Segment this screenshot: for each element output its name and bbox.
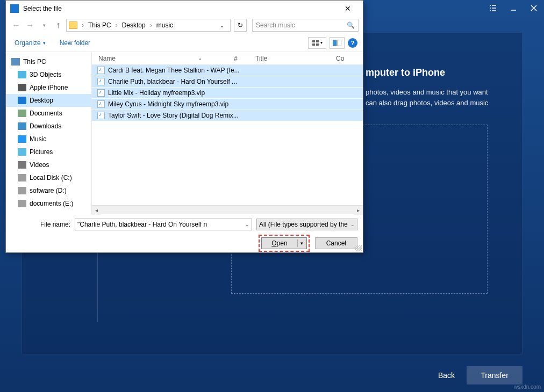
dialog-footer: File name: "Charlie Puth, blackbear - Ha… bbox=[6, 214, 363, 257]
breadcrumb-item[interactable]: Desktop bbox=[122, 21, 146, 29]
nav-back-icon[interactable]: ← bbox=[10, 19, 22, 31]
back-button[interactable]: Back bbox=[438, 371, 455, 380]
svg-rect-0 bbox=[312, 40, 315, 42]
tree-label: Local Disk (C:) bbox=[30, 174, 72, 182]
page-description: photos, videos and music that you want c… bbox=[366, 87, 501, 108]
folder-icon bbox=[18, 148, 26, 156]
nav-up-icon[interactable]: ↑ bbox=[52, 19, 64, 31]
new-folder-button[interactable]: New folder bbox=[56, 37, 94, 49]
tree-label: This PC bbox=[23, 58, 46, 66]
chevron-down-icon[interactable]: ▾ bbox=[298, 241, 306, 246]
col-number[interactable]: # bbox=[234, 55, 255, 62]
tree-label: 3D Objects bbox=[30, 71, 61, 78]
dialog-close-button[interactable]: ✕ bbox=[337, 1, 359, 16]
view-mode-button[interactable]: ▾ bbox=[308, 37, 326, 49]
audio-file-icon bbox=[97, 67, 105, 74]
audio-file-icon bbox=[97, 89, 105, 97]
open-button-highlight: Open ▾ bbox=[259, 235, 309, 252]
file-name: Cardi B feat. Megan Thee Stallion - WAP … bbox=[108, 67, 240, 74]
folder-icon bbox=[18, 174, 26, 182]
col-contributing[interactable]: Co bbox=[336, 55, 352, 62]
chevron-down-icon[interactable]: ⌄ bbox=[350, 222, 355, 227]
scroll-right-icon[interactable]: ▸ bbox=[354, 206, 363, 215]
svg-rect-3 bbox=[316, 43, 319, 46]
file-list: Name▴ # Title Co Cardi B feat. Megan The… bbox=[92, 52, 363, 214]
preview-pane-button[interactable] bbox=[330, 37, 345, 49]
svg-rect-5 bbox=[337, 40, 341, 46]
tree-item[interactable]: Apple iPhone bbox=[6, 81, 91, 94]
tree-item[interactable]: This PC bbox=[6, 55, 91, 68]
tree-label: Videos bbox=[30, 161, 49, 169]
tree-item[interactable]: software (D:) bbox=[6, 184, 91, 197]
tree-item[interactable]: Downloads bbox=[6, 120, 91, 133]
resize-grip[interactable] bbox=[355, 245, 362, 251]
help-icon[interactable]: ? bbox=[348, 38, 357, 48]
file-type-filter[interactable]: All (File types supported by the⌄ bbox=[256, 219, 357, 230]
organize-menu[interactable]: Organize ▾ bbox=[11, 37, 49, 49]
filename-label: File name: bbox=[11, 221, 70, 228]
transfer-button[interactable]: Transfer bbox=[467, 366, 522, 384]
tree-item[interactable]: Local Disk (C:) bbox=[6, 171, 91, 184]
chevron-down-icon[interactable]: ⌄ bbox=[245, 222, 249, 227]
nav-forward-icon: → bbox=[24, 19, 36, 31]
search-input[interactable]: Search music 🔍 bbox=[252, 19, 359, 32]
file-row[interactable]: Cardi B feat. Megan Thee Stallion - WAP … bbox=[92, 65, 363, 76]
tree-label: Downloads bbox=[30, 122, 61, 130]
file-name: Miley Cyrus - Midnight Sky myfreemp3.vip bbox=[108, 100, 228, 108]
dialog-body: This PC3D ObjectsApple iPhoneDesktopDocu… bbox=[6, 52, 363, 214]
tree-label: software (D:) bbox=[30, 187, 67, 194]
tree-item[interactable]: Pictures bbox=[6, 146, 91, 158]
chevron-right-icon: › bbox=[80, 21, 86, 29]
search-icon: 🔍 bbox=[347, 21, 355, 29]
nav-bar: ← → ▾ ↑ › This PC › Desktop › music ⌄ ↻ … bbox=[6, 17, 363, 34]
cancel-button[interactable]: Cancel bbox=[315, 237, 357, 249]
audio-file-icon bbox=[97, 78, 105, 85]
scroll-left-icon[interactable]: ◂ bbox=[92, 206, 101, 215]
filename-input[interactable]: "Charlie Puth, blackbear - Hard On Yours… bbox=[75, 219, 252, 230]
tree-label: documents (E:) bbox=[30, 200, 73, 207]
dialog-titlebar: Select the file ✕ bbox=[6, 1, 363, 17]
file-row[interactable]: Taylor Swift - Love Story (Digital Dog R… bbox=[92, 110, 363, 121]
tree-item[interactable]: documents (E:) bbox=[6, 197, 91, 210]
nav-tree: This PC3D ObjectsApple iPhoneDesktopDocu… bbox=[6, 52, 92, 214]
folder-icon bbox=[18, 71, 26, 78]
folder-icon bbox=[18, 200, 26, 207]
tree-item[interactable]: Videos bbox=[6, 158, 91, 171]
tree-label: Apple iPhone bbox=[30, 84, 68, 91]
file-dialog: Select the file ✕ ← → ▾ ↑ › This PC › De… bbox=[5, 0, 363, 253]
folder-icon bbox=[18, 187, 26, 194]
folder-icon bbox=[18, 161, 26, 169]
col-name[interactable]: Name▴ bbox=[92, 55, 234, 62]
address-bar[interactable]: › This PC › Desktop › music ⌄ bbox=[66, 19, 231, 32]
folder-icon bbox=[18, 97, 26, 104]
file-row[interactable]: Little Mix - Holiday myfreemp3.vip bbox=[92, 88, 363, 99]
breadcrumb-item[interactable]: music bbox=[156, 21, 173, 29]
dialog-toolbar: Organize ▾ New folder ▾ ? bbox=[6, 34, 363, 52]
list-view-icon[interactable] bbox=[488, 3, 498, 13]
app-icon bbox=[10, 4, 19, 13]
folder-icon bbox=[18, 110, 26, 117]
chevron-down-icon[interactable]: ⌄ bbox=[219, 21, 228, 29]
folder-icon bbox=[69, 21, 77, 29]
minimize-icon[interactable] bbox=[509, 3, 518, 13]
tree-item[interactable]: 3D Objects bbox=[6, 68, 91, 81]
close-icon[interactable] bbox=[529, 3, 539, 13]
file-row[interactable]: Miley Cyrus - Midnight Sky myfreemp3.vip bbox=[92, 99, 363, 110]
dialog-title: Select the file bbox=[23, 5, 337, 12]
tree-item[interactable]: Music bbox=[6, 133, 91, 146]
col-title[interactable]: Title bbox=[255, 55, 336, 62]
breadcrumb-item[interactable]: This PC bbox=[88, 21, 111, 29]
refresh-button[interactable]: ↻ bbox=[234, 19, 247, 32]
footer-buttons: Back Transfer bbox=[438, 366, 522, 384]
tree-label: Music bbox=[30, 135, 46, 143]
nav-recent-icon[interactable]: ▾ bbox=[38, 19, 50, 31]
horizontal-scrollbar[interactable]: ◂ ▸ bbox=[92, 205, 363, 214]
svg-rect-1 bbox=[316, 40, 319, 42]
open-button[interactable]: Open ▾ bbox=[261, 237, 306, 249]
chevron-right-icon: › bbox=[148, 21, 154, 29]
file-row[interactable]: Charlie Puth, blackbear - Hard On Yourse… bbox=[92, 76, 363, 88]
folder-icon bbox=[11, 58, 20, 66]
file-name: Little Mix - Holiday myfreemp3.vip bbox=[108, 89, 205, 97]
tree-item[interactable]: Documents bbox=[6, 107, 91, 120]
tree-item[interactable]: Desktop bbox=[6, 94, 91, 107]
